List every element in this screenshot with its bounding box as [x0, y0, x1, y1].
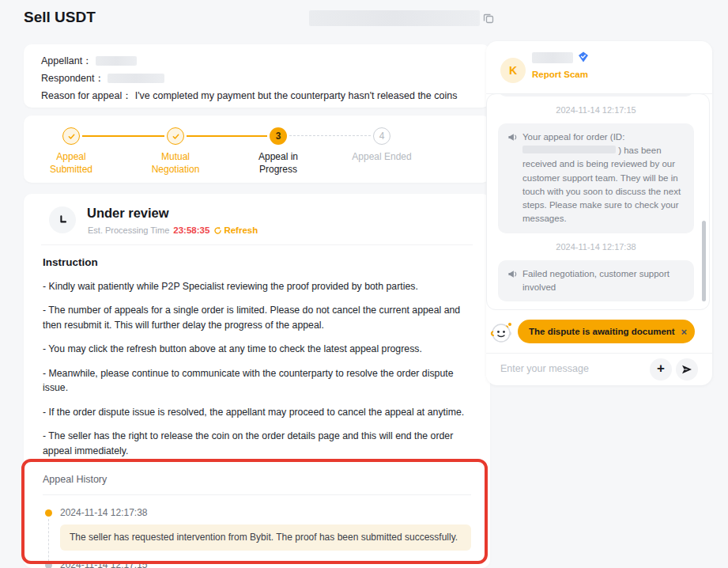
appeal-info-card: Appellant： Respondent： Reason for appeal…	[24, 44, 490, 108]
appellant-value-redacted	[96, 56, 137, 66]
clock-icon	[49, 206, 76, 233]
send-button[interactable]	[676, 358, 698, 381]
review-status-title: Under review	[87, 206, 169, 221]
message-input[interactable]	[500, 360, 639, 377]
system-message: Your appeal for order (ID: ) has been re…	[498, 123, 694, 233]
timeline-dot-active	[45, 509, 52, 517]
close-icon[interactable]: ×	[681, 326, 687, 338]
check-icon	[172, 132, 180, 141]
history-item: 2024-11-14 12:17:38 The seller has reque…	[43, 506, 471, 551]
reason-row: Reason for appeal： I've completed my pay…	[41, 89, 473, 102]
instruction-section: Instruction - Kindly wait patiently whil…	[24, 245, 490, 458]
timeline-dot-gray	[45, 562, 52, 568]
megaphone-icon	[507, 267, 518, 295]
avatar: K	[500, 58, 526, 83]
reason-text: I've completed my payment but the counte…	[135, 89, 458, 102]
appellant-label: Appellant：	[41, 55, 92, 67]
message-text-prefix: Your appeal for order (ID:	[522, 132, 624, 142]
step-label-appeal-ended: Appeal Ended	[334, 150, 429, 163]
message-text: Failed negotiation, customer support inv…	[522, 267, 683, 295]
dispute-alert-banner[interactable]: The dispute is awaiting document sub... …	[518, 320, 695, 343]
respondent-label: Respondent：	[41, 72, 104, 85]
scrollbar-thumb[interactable]	[702, 221, 706, 301]
counterparty-name-redacted	[532, 52, 573, 63]
system-message: Your appeal for order (ID: ) has been re…	[498, 93, 694, 97]
appeal-progress-stepper: 3 4 Appeal Submitted Mutual Negotiation …	[24, 115, 490, 183]
appeal-page: Sell USDT Appellant： Respondent： Reason …	[0, 0, 728, 568]
instruction-title: Instruction	[43, 256, 471, 268]
dispute-alert-text: The dispute is awaiting document sub...	[529, 327, 676, 336]
chat-timestamp: 2024-11-14 12:17:15	[498, 105, 694, 115]
order-id-redacted	[309, 10, 480, 26]
chat-message-list: Your appeal for order (ID: ) has been re…	[486, 93, 710, 310]
reason-label: Reason for appeal：	[41, 89, 132, 102]
step-label-appeal-in-progress: Appeal in Progress	[231, 150, 326, 176]
review-header: Under review Est. Processing Time 23:58:…	[24, 194, 490, 244]
chat-panel: K Report Scam Your appeal for order (ID:…	[486, 41, 712, 385]
history-timeline: 2024-11-14 12:17:38 The seller has reque…	[24, 495, 490, 568]
instruction-item: - The number of appeals for a single ord…	[43, 303, 471, 332]
verified-badge-icon	[578, 51, 589, 62]
appeal-history-section: Appeal History 2024-11-14 12:17:38 The s…	[24, 469, 490, 568]
message-text-suffix: ) has been received and is being reviewe…	[522, 146, 681, 223]
send-icon	[681, 363, 693, 376]
step-circle-appeal-ended: 4	[373, 127, 390, 145]
step-circle-appeal-in-progress: 3	[270, 127, 287, 145]
system-message: Failed negotiation, customer support inv…	[498, 260, 694, 302]
processing-time-label: Est. Processing Time	[88, 225, 169, 235]
bybit-mascot-icon[interactable]	[488, 318, 516, 346]
appeal-history-title: Appeal History	[24, 469, 490, 494]
chat-scroll-area: Your appeal for order (ID: ) has been re…	[487, 94, 709, 309]
step-connector-2	[187, 135, 267, 137]
step-circle-appeal-submitted	[62, 127, 80, 145]
review-subrow: Est. Processing Time 23:58:35 Refresh	[88, 225, 258, 235]
appeal-detail-card: Under review Est. Processing Time 23:58:…	[24, 194, 490, 568]
step-circle-mutual-negotiation	[167, 127, 184, 145]
page-title: Sell USDT	[24, 9, 96, 26]
history-item: 2024-11-14 12:17:15	[43, 559, 471, 568]
megaphone-icon	[507, 131, 518, 226]
step-connector-3	[289, 135, 371, 136]
order-id-redacted	[522, 146, 616, 153]
history-timestamp: 2024-11-14 12:17:15	[60, 559, 471, 568]
instruction-item: - Meanwhile, please continue to communic…	[43, 366, 471, 396]
respondent-value-redacted	[108, 74, 164, 83]
refresh-button[interactable]: Refresh	[213, 225, 258, 235]
instruction-item: - The seller has the right to release th…	[43, 429, 471, 458]
appellant-row: Appellant：	[41, 55, 473, 67]
chat-input-divider	[486, 353, 712, 354]
copy-icon[interactable]	[483, 13, 494, 24]
step-connector-1	[82, 135, 164, 137]
refresh-icon	[213, 226, 222, 235]
step-label-mutual-negotiation: Mutual Negotiation	[128, 150, 223, 176]
instruction-item: - If the order dispute issue is resolved…	[43, 405, 471, 419]
check-icon	[67, 132, 76, 141]
step-number: 4	[379, 131, 385, 142]
countdown-timer: 23:58:35	[173, 225, 209, 235]
report-scam-button[interactable]: Report Scam	[532, 70, 588, 79]
history-timestamp: 2024-11-14 12:17:38	[60, 506, 471, 519]
respondent-row: Respondent：	[41, 72, 473, 85]
step-label-appeal-submitted: Appeal Submitted	[24, 150, 119, 176]
attach-button[interactable]: +	[650, 358, 672, 381]
chat-timestamp: 2024-11-14 12:17:38	[498, 242, 694, 252]
step-number: 3	[276, 131, 281, 142]
instruction-item: - You may click the refresh button above…	[43, 342, 471, 356]
refresh-label: Refresh	[224, 225, 258, 235]
history-message: The seller has requested intervention fr…	[60, 524, 471, 551]
instruction-item: - Kindly wait patiently while P2P Specia…	[43, 279, 471, 293]
